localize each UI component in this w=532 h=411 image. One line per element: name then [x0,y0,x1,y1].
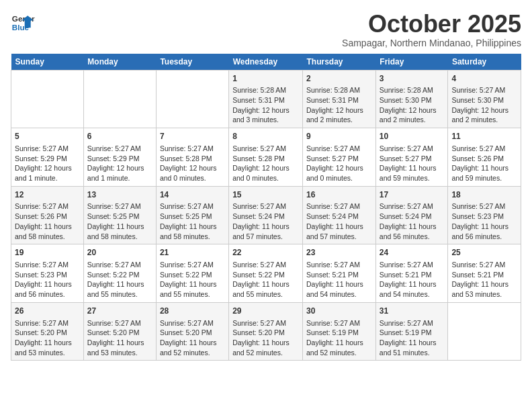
calendar-cell: 1Sunrise: 5:28 AMSunset: 5:31 PMDaylight… [229,70,303,128]
day-info: Sunrise: 5:27 AMSunset: 5:20 PMDaylight:… [232,318,299,358]
calendar-cell: 23Sunrise: 5:27 AMSunset: 5:21 PMDayligh… [303,244,376,303]
day-number: 12 [15,189,80,201]
weekday-header-sunday: Sunday [11,54,84,71]
weekday-header-friday: Friday [375,54,448,71]
calendar-cell: 3Sunrise: 5:28 AMSunset: 5:30 PMDaylight… [375,70,448,128]
day-number: 23 [306,247,372,259]
day-number: 11 [451,131,517,142]
logo-icon: General Blue [11,11,35,35]
weekday-header-tuesday: Tuesday [156,54,228,71]
calendar-week-2: 5Sunrise: 5:27 AMSunset: 5:29 PMDaylight… [11,128,521,187]
day-number: 16 [306,189,372,201]
day-info: Sunrise: 5:27 AMSunset: 5:25 PMDaylight:… [87,201,152,241]
day-info: Sunrise: 5:27 AMSunset: 5:19 PMDaylight:… [306,318,372,358]
calendar-cell: 29Sunrise: 5:27 AMSunset: 5:20 PMDayligh… [229,302,303,361]
day-number: 26 [15,306,80,317]
weekday-header-saturday: Saturday [448,54,521,71]
calendar-cell: 7Sunrise: 5:27 AMSunset: 5:28 PMDaylight… [156,128,228,187]
calendar-table: SundayMondayTuesdayWednesdayThursdayFrid… [11,54,521,361]
calendar-cell: 4Sunrise: 5:27 AMSunset: 5:30 PMDaylight… [448,70,521,128]
day-number: 28 [160,306,225,317]
day-info: Sunrise: 5:27 AMSunset: 5:22 PMDaylight:… [87,260,152,300]
calendar-cell [11,70,84,128]
day-number: 6 [87,131,152,142]
page-header: General Blue October 2025 Sampagar, Nort… [11,11,521,48]
month-title: October 2025 [342,11,521,38]
calendar-week-5: 26Sunrise: 5:27 AMSunset: 5:20 PMDayligh… [11,302,521,361]
title-area: October 2025 Sampagar, Northern Mindanao… [342,11,521,48]
day-info: Sunrise: 5:27 AMSunset: 5:28 PMDaylight:… [232,144,299,183]
day-number: 25 [451,247,517,259]
day-number: 14 [160,189,225,201]
calendar-cell: 2Sunrise: 5:28 AMSunset: 5:31 PMDaylight… [303,70,376,128]
day-number: 27 [87,306,152,317]
day-info: Sunrise: 5:27 AMSunset: 5:21 PMDaylight:… [451,260,517,300]
calendar-cell: 14Sunrise: 5:27 AMSunset: 5:25 PMDayligh… [156,186,228,244]
calendar-cell: 30Sunrise: 5:27 AMSunset: 5:19 PMDayligh… [303,302,376,361]
header-row: SundayMondayTuesdayWednesdayThursdayFrid… [11,54,521,71]
day-number: 5 [15,131,80,142]
day-info: Sunrise: 5:27 AMSunset: 5:26 PMDaylight:… [451,144,517,183]
calendar-cell: 15Sunrise: 5:27 AMSunset: 5:24 PMDayligh… [229,186,303,244]
day-info: Sunrise: 5:27 AMSunset: 5:29 PMDaylight:… [15,144,80,183]
calendar-cell: 5Sunrise: 5:27 AMSunset: 5:29 PMDaylight… [11,128,84,187]
day-info: Sunrise: 5:27 AMSunset: 5:21 PMDaylight:… [380,260,445,300]
day-number: 9 [306,131,372,142]
calendar-cell: 21Sunrise: 5:27 AMSunset: 5:22 PMDayligh… [156,244,228,303]
day-info: Sunrise: 5:27 AMSunset: 5:22 PMDaylight:… [232,260,299,300]
day-info: Sunrise: 5:27 AMSunset: 5:24 PMDaylight:… [232,201,299,241]
weekday-header-wednesday: Wednesday [229,54,303,71]
day-info: Sunrise: 5:28 AMSunset: 5:31 PMDaylight:… [306,85,372,125]
day-info: Sunrise: 5:27 AMSunset: 5:20 PMDaylight:… [160,318,225,358]
day-info: Sunrise: 5:27 AMSunset: 5:24 PMDaylight:… [306,201,372,241]
day-info: Sunrise: 5:27 AMSunset: 5:27 PMDaylight:… [380,144,445,183]
day-info: Sunrise: 5:27 AMSunset: 5:22 PMDaylight:… [160,260,225,300]
day-info: Sunrise: 5:27 AMSunset: 5:20 PMDaylight:… [87,318,152,358]
calendar-cell: 20Sunrise: 5:27 AMSunset: 5:22 PMDayligh… [83,244,156,303]
day-info: Sunrise: 5:27 AMSunset: 5:29 PMDaylight:… [87,144,152,183]
day-number: 15 [232,189,299,201]
day-info: Sunrise: 5:27 AMSunset: 5:30 PMDaylight:… [451,85,517,125]
calendar-cell: 19Sunrise: 5:27 AMSunset: 5:23 PMDayligh… [11,244,84,303]
day-number: 3 [380,73,445,85]
day-number: 18 [451,189,517,201]
calendar-cell: 10Sunrise: 5:27 AMSunset: 5:27 PMDayligh… [375,128,448,187]
calendar-cell: 22Sunrise: 5:27 AMSunset: 5:22 PMDayligh… [229,244,303,303]
calendar-week-3: 12Sunrise: 5:27 AMSunset: 5:26 PMDayligh… [11,186,521,244]
day-info: Sunrise: 5:27 AMSunset: 5:28 PMDaylight:… [160,144,225,183]
day-info: Sunrise: 5:27 AMSunset: 5:23 PMDaylight:… [15,260,80,300]
calendar-cell: 25Sunrise: 5:27 AMSunset: 5:21 PMDayligh… [448,244,521,303]
location-title: Sampagar, Northern Mindanao, Philippines [342,38,521,48]
calendar-cell: 16Sunrise: 5:27 AMSunset: 5:24 PMDayligh… [303,186,376,244]
calendar-cell [156,70,228,128]
calendar-cell: 13Sunrise: 5:27 AMSunset: 5:25 PMDayligh… [83,186,156,244]
calendar-cell: 17Sunrise: 5:27 AMSunset: 5:24 PMDayligh… [375,186,448,244]
day-number: 20 [87,247,152,259]
calendar-cell: 31Sunrise: 5:27 AMSunset: 5:19 PMDayligh… [375,302,448,361]
day-number: 2 [306,73,372,85]
calendar-week-1: 1Sunrise: 5:28 AMSunset: 5:31 PMDaylight… [11,70,521,128]
calendar-cell: 8Sunrise: 5:27 AMSunset: 5:28 PMDaylight… [229,128,303,187]
day-info: Sunrise: 5:27 AMSunset: 5:19 PMDaylight:… [380,318,445,358]
weekday-header-monday: Monday [83,54,156,71]
day-number: 30 [306,306,372,317]
calendar-cell [83,70,156,128]
day-number: 13 [87,189,152,201]
weekday-header-thursday: Thursday [303,54,376,71]
calendar-cell: 26Sunrise: 5:27 AMSunset: 5:20 PMDayligh… [11,302,84,361]
day-info: Sunrise: 5:27 AMSunset: 5:20 PMDaylight:… [15,318,80,358]
day-number: 7 [160,131,225,142]
calendar-cell: 28Sunrise: 5:27 AMSunset: 5:20 PMDayligh… [156,302,228,361]
day-number: 4 [451,73,517,85]
day-number: 1 [232,73,299,85]
day-info: Sunrise: 5:27 AMSunset: 5:27 PMDaylight:… [306,144,372,183]
calendar-cell: 6Sunrise: 5:27 AMSunset: 5:29 PMDaylight… [83,128,156,187]
day-info: Sunrise: 5:27 AMSunset: 5:26 PMDaylight:… [15,201,80,241]
day-info: Sunrise: 5:28 AMSunset: 5:31 PMDaylight:… [232,85,299,125]
day-info: Sunrise: 5:27 AMSunset: 5:21 PMDaylight:… [306,260,372,300]
day-number: 29 [232,306,299,317]
day-number: 21 [160,247,225,259]
day-number: 17 [380,189,445,201]
day-number: 19 [15,247,80,259]
day-number: 22 [232,247,299,259]
